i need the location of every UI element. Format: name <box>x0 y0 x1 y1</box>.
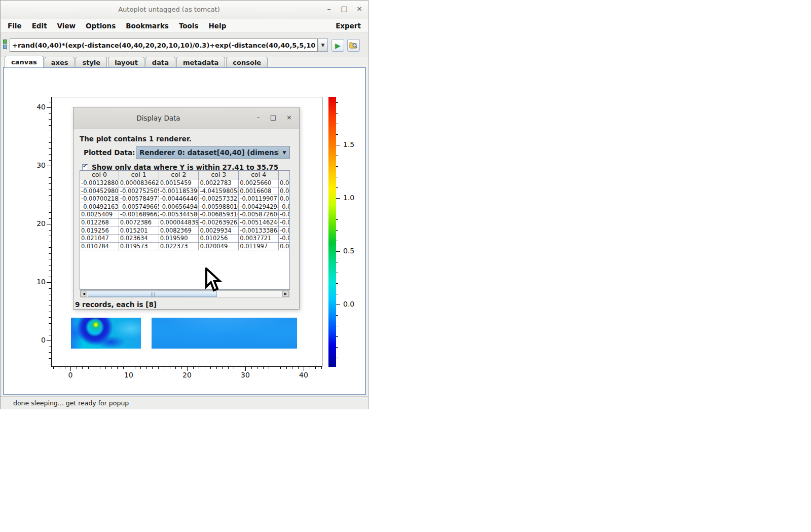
table-cell[interactable]: -4.041598058... <box>199 187 239 196</box>
table-cell[interactable]: 0.019590 <box>159 235 199 243</box>
table-row[interactable]: 0.0025409-0.001689662...-0.005344580...-… <box>80 211 289 219</box>
table-cell[interactable]: -0.0 <box>279 219 289 227</box>
table-cell[interactable]: -0.006564946... <box>159 203 199 211</box>
table-row[interactable]: -0.004921634...-0.005749665...-0.0065649… <box>80 203 289 211</box>
table-cell[interactable]: -0.006859316... <box>199 211 239 219</box>
filter-checkbox[interactable]: ✔ <box>82 164 88 170</box>
table-cell[interactable]: -0.001185396... <box>159 187 199 196</box>
horizontal-scrollbar[interactable]: ◀ ▶ <box>80 290 289 297</box>
table-cell[interactable]: 0.023634 <box>119 235 159 243</box>
table-cell[interactable]: 0.00 <box>279 187 289 196</box>
menu-options[interactable]: Options <box>81 22 121 30</box>
table-cell[interactable]: 0.00 <box>279 179 289 187</box>
table-cell[interactable]: -0.001328804... <box>80 179 119 187</box>
table-cell[interactable]: 0.019573 <box>119 243 159 251</box>
tab-axes[interactable]: axes <box>45 57 75 67</box>
column-header[interactable]: col 1 <box>119 171 159 179</box>
table-cell[interactable]: 0.00 <box>279 243 289 251</box>
menu-bookmarks[interactable]: Bookmarks <box>121 22 174 30</box>
table-cell[interactable]: -0.007002187... <box>80 195 119 203</box>
table-cell[interactable]: -0.0 <box>279 203 289 211</box>
table-cell[interactable]: -0.004529800... <box>80 187 119 196</box>
table-cell[interactable]: -0.005146240... <box>239 219 279 227</box>
dialog-maximize-icon[interactable]: □ <box>270 113 276 121</box>
table-cell[interactable]: 0.011997 <box>239 243 279 251</box>
table-cell[interactable]: -0.005872606... <box>239 211 279 219</box>
menu-help[interactable]: Help <box>204 22 232 30</box>
table-cell[interactable]: 0.015201 <box>119 227 159 235</box>
scroll-left-button[interactable]: ◀ <box>81 291 87 297</box>
table-cell[interactable]: -0.001199077... <box>239 195 279 203</box>
table-row[interactable]: -0.001328804...0.0000836620.00154590.002… <box>80 179 289 187</box>
table-cell[interactable]: 0.0022783 <box>199 179 239 187</box>
table-row[interactable]: 0.0122680.00723860.000044839-0.002639263… <box>80 219 289 227</box>
table-cell[interactable]: 0.019256 <box>80 227 119 235</box>
table-cell[interactable]: 0.0037721 <box>239 235 279 243</box>
inspect-button[interactable] <box>347 39 360 52</box>
table-cell[interactable]: 0.022373 <box>159 243 199 251</box>
table-cell[interactable]: 0.0015459 <box>159 179 199 187</box>
table-cell[interactable]: -0.004294298... <box>239 203 279 211</box>
table-cell[interactable]: 0.000044839 <box>159 219 199 227</box>
tab-canvas[interactable]: canvas <box>5 56 44 67</box>
table-cell[interactable]: -0.001689662... <box>119 211 159 219</box>
dialog-title-bar[interactable]: Display Data – □ × <box>73 107 299 129</box>
table-cell[interactable]: -0.005988016... <box>199 203 239 211</box>
table-cell[interactable]: 0.0025409 <box>80 211 119 219</box>
tab-style[interactable]: style <box>76 57 107 67</box>
column-header[interactable]: col 0 <box>80 171 119 179</box>
tab-console[interactable]: console <box>226 57 268 67</box>
table-row[interactable]: -0.004529800...-0.002752505...-0.0011853… <box>80 187 289 196</box>
table-row[interactable]: 0.0210470.0236340.0195900.0102560.003772… <box>80 235 289 243</box>
maximize-icon[interactable]: □ <box>341 5 348 13</box>
uri-input[interactable] <box>10 39 318 52</box>
column-header[interactable] <box>279 171 289 179</box>
table-row[interactable]: 0.0192560.0152010.00823690.0029934-0.001… <box>80 227 289 235</box>
table-cell[interactable]: 0.00 <box>279 195 289 203</box>
table-cell[interactable]: -0.0 <box>279 227 289 235</box>
table-cell[interactable]: 0.0025660 <box>239 179 279 187</box>
table-cell[interactable]: -0.001333864... <box>239 227 279 235</box>
menu-tools[interactable]: Tools <box>174 22 204 30</box>
table-cell[interactable]: 0.010784 <box>80 243 119 251</box>
column-header[interactable]: col 3 <box>199 171 239 179</box>
table-cell[interactable]: 0.0082369 <box>159 227 199 235</box>
tab-data[interactable]: data <box>145 57 175 67</box>
table-cell[interactable]: -0.004464469... <box>159 195 199 203</box>
table-cell[interactable]: 0.012268 <box>80 219 119 227</box>
table-cell[interactable]: -0.005749665... <box>119 203 159 211</box>
table-cell[interactable]: -0.005784977... <box>119 195 159 203</box>
table-cell[interactable]: 0.0072386 <box>119 219 159 227</box>
table-cell[interactable]: -0.002752505... <box>119 187 159 196</box>
go-button[interactable]: ▶ <box>331 39 344 52</box>
dialog-close-icon[interactable]: × <box>286 113 292 121</box>
data-table[interactable]: col 0col 1col 2col 3col 4-0.001328804...… <box>80 170 290 290</box>
table-cell[interactable]: 0.0029934 <box>199 227 239 235</box>
tab-metadata[interactable]: metadata <box>176 57 225 67</box>
table-cell[interactable]: 0.021047 <box>80 235 119 243</box>
table-cell[interactable]: 0.000083662 <box>119 179 159 187</box>
dialog-minimize-icon[interactable]: – <box>256 113 260 121</box>
table-cell[interactable]: -0.004921634... <box>80 203 119 211</box>
table-cell[interactable]: 0.010256 <box>199 235 239 243</box>
minimize-icon[interactable]: – <box>325 5 333 13</box>
scroll-track[interactable] <box>87 291 282 297</box>
table-cell[interactable]: -0.002639263... <box>199 219 239 227</box>
table-cell[interactable]: -0.0 <box>279 235 289 243</box>
menu-expert[interactable]: Expert <box>330 22 366 30</box>
table-cell[interactable]: -0.0 <box>279 211 289 219</box>
table-cell[interactable]: -0.002573321... <box>199 195 239 203</box>
scroll-right-button[interactable]: ▶ <box>282 291 289 297</box>
table-row[interactable]: 0.0107840.0195730.0223730.0200490.011997… <box>80 243 289 251</box>
menu-edit[interactable]: Edit <box>27 22 52 30</box>
table-row[interactable]: -0.007002187...-0.005784977...-0.0044644… <box>80 195 289 203</box>
title-bar[interactable]: Autoplot untagged (as tomcat) – □ × <box>1 1 368 20</box>
scroll-thumb[interactable] <box>88 291 217 297</box>
uri-dropdown-button[interactable]: ▼ <box>318 39 328 52</box>
column-header[interactable]: col 4 <box>239 171 279 179</box>
close-icon[interactable]: × <box>356 5 363 13</box>
table-cell[interactable]: 0.0016608 <box>239 187 279 196</box>
table-cell[interactable]: -0.005344580... <box>159 211 199 219</box>
table-cell[interactable]: 0.020049 <box>199 243 239 251</box>
menu-view[interactable]: View <box>52 22 81 30</box>
